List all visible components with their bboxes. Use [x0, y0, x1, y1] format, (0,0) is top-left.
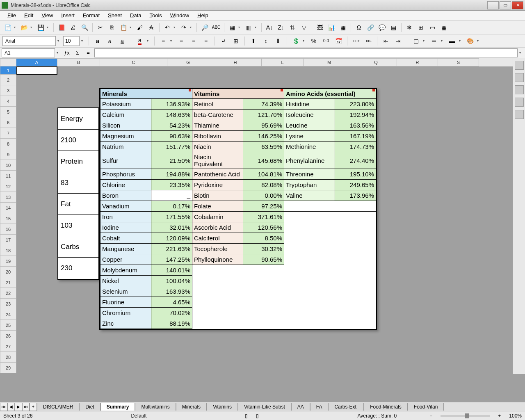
italic-button[interactable]: a — [105, 36, 115, 46]
row-header-17[interactable]: 17 — [0, 235, 16, 245]
clone-format-button[interactable]: 🖌 — [135, 22, 145, 33]
sheet-tab-carbs-ext-[interactable]: Carbs-Ext. — [328, 403, 364, 411]
row-header-4[interactable]: 4 — [0, 96, 16, 107]
row-header-5[interactable]: 5 — [0, 107, 16, 117]
column-header-C[interactable]: C — [100, 58, 167, 66]
menu-format[interactable]: Format — [79, 11, 104, 20]
comment-button[interactable]: 💬 — [377, 22, 387, 33]
sheet-tab-summary[interactable]: Summary — [100, 403, 135, 411]
sheet-tab-disclaimer[interactable]: DISCLAIMER — [37, 403, 79, 411]
column-header-B[interactable]: B — [57, 58, 100, 66]
open-button[interactable]: 📂 — [19, 22, 30, 33]
minimize-button[interactable]: — — [487, 1, 499, 9]
redo-button[interactable]: ↷ — [178, 22, 189, 33]
export-pdf-button[interactable]: 📕 — [56, 22, 67, 33]
borders-button[interactable]: ▢ — [411, 36, 421, 46]
remove-decimal-button[interactable]: .00- — [363, 36, 374, 46]
close-button[interactable]: ✕ — [512, 1, 523, 9]
undo-button[interactable]: ↶ — [162, 22, 173, 33]
sheet-tab-vitamins[interactable]: Vitamins — [207, 403, 238, 411]
print-button[interactable]: 🖨 — [68, 22, 78, 33]
sum-button[interactable]: Σ — [73, 48, 82, 57]
percent-button[interactable]: % — [308, 36, 319, 46]
sort-desc-button[interactable]: Z↓ — [276, 22, 286, 33]
sheet-tab-vitamin-like-subst[interactable]: Vitamin-Like Subst — [238, 403, 291, 411]
insert-image-button[interactable]: 🖼 — [315, 22, 325, 33]
column-header-Q[interactable]: Q — [355, 58, 397, 66]
selected-cell-a1[interactable] — [16, 66, 57, 75]
decrease-indent-button[interactable]: ⇤ — [381, 36, 391, 46]
font-color-button[interactable]: a — [135, 36, 145, 46]
maximize-button[interactable]: ▭ — [500, 1, 511, 9]
row-header-15[interactable]: 15 — [0, 213, 16, 224]
row-header-11[interactable]: 11 — [0, 171, 16, 181]
row-header-20[interactable]: 20 — [0, 267, 16, 277]
tab-last-button[interactable]: ⏭ — [22, 403, 30, 411]
print-preview-button[interactable]: 🔍 — [79, 22, 90, 33]
menu-edit[interactable]: Edit — [20, 11, 37, 20]
align-left-button[interactable]: ≡ — [158, 36, 169, 46]
sheet-tab-aa[interactable]: AA — [291, 403, 310, 411]
row-header-23[interactable]: 23 — [0, 299, 16, 309]
sort-asc-button[interactable]: A↓ — [264, 22, 275, 33]
underline-button[interactable]: a — [117, 36, 128, 46]
spellcheck-button[interactable]: ABC — [211, 22, 221, 33]
row-header-29[interactable]: 29 — [0, 363, 16, 373]
font-size-input[interactable] — [63, 36, 80, 46]
header-footer-button[interactable]: ▤ — [388, 22, 399, 33]
pivot-button[interactable]: ▦ — [338, 22, 348, 33]
row-header-19[interactable]: 19 — [0, 256, 16, 267]
row-header-3[interactable]: 3 — [0, 85, 16, 96]
sheet-tab-fa[interactable]: FA — [310, 403, 329, 411]
menu-sheet[interactable]: Sheet — [104, 11, 126, 20]
calc-summary-label[interactable]: Average: ; Sum: 0 — [357, 413, 397, 419]
equals-button[interactable]: = — [84, 48, 93, 57]
row-header-7[interactable]: 7 — [0, 128, 16, 139]
row-header-14[interactable]: 14 — [0, 203, 16, 213]
sidebar-navigator-icon[interactable] — [515, 98, 524, 107]
paste-button[interactable]: 📋 — [118, 22, 129, 33]
row-header-21[interactable]: 21 — [0, 277, 16, 288]
hyperlink-button[interactable]: 🔗 — [365, 22, 376, 33]
row-header-27[interactable]: 27 — [0, 341, 16, 352]
row-header-18[interactable]: 18 — [0, 245, 16, 256]
function-wizard-button[interactable]: ƒx — [62, 48, 71, 57]
autofilter-button[interactable]: ▽ — [299, 22, 309, 33]
menu-help[interactable]: Help — [193, 11, 212, 20]
increase-indent-button[interactable]: ⇥ — [393, 36, 404, 46]
row-header-6[interactable]: 6 — [0, 117, 16, 128]
align-center-button[interactable]: ≡ — [176, 36, 187, 46]
insert-mode-icon[interactable]: ▯ — [245, 413, 248, 419]
row-header-12[interactable]: 12 — [0, 181, 16, 192]
column-header-L[interactable]: L — [262, 58, 304, 66]
border-style-button[interactable]: ═ — [429, 36, 439, 46]
column-header-A[interactable]: A — [16, 58, 57, 66]
menu-data[interactable]: Data — [126, 11, 145, 20]
row-header-2[interactable]: 2 — [0, 75, 16, 85]
bg-color-button[interactable]: 🎨 — [465, 36, 475, 46]
sidebar-properties-icon[interactable] — [515, 61, 524, 70]
row-header-26[interactable]: 26 — [0, 331, 16, 341]
menu-view[interactable]: View — [37, 11, 57, 20]
save-button[interactable]: 💾 — [35, 22, 46, 33]
window-button[interactable]: ▭ — [427, 22, 438, 33]
menu-file[interactable]: File — [3, 11, 20, 20]
tab-first-button[interactable]: ⏮ — [0, 403, 7, 411]
tab-prev-button[interactable]: ◀ — [7, 403, 15, 411]
menu-window[interactable]: Window — [166, 11, 193, 20]
row-header-16[interactable]: 16 — [0, 224, 16, 235]
merge-cells-button[interactable]: ⊞ — [231, 36, 241, 46]
border-color-button[interactable]: ▬ — [447, 36, 457, 46]
split-button[interactable]: ⊞ — [415, 22, 426, 33]
grid-canvas[interactable]: Energy2100Protein83Fat103Carbs230 Minera… — [16, 66, 517, 374]
row-header-28[interactable]: 28 — [0, 352, 16, 363]
row-header-9[interactable]: 9 — [0, 149, 16, 160]
find-button[interactable]: 🔎 — [199, 22, 210, 33]
insert-chart-button[interactable]: 📊 — [326, 22, 337, 33]
align-right-button[interactable]: ≡ — [188, 36, 199, 46]
sort-button[interactable]: ⇅ — [287, 22, 298, 33]
row-header-8[interactable]: 8 — [0, 139, 16, 149]
row-header-25[interactable]: 25 — [0, 320, 16, 331]
sheet-tab-multivitamins[interactable]: Multivitamins — [135, 403, 176, 411]
sheet-tab-food-minerals[interactable]: Food-Minerals — [364, 403, 408, 411]
